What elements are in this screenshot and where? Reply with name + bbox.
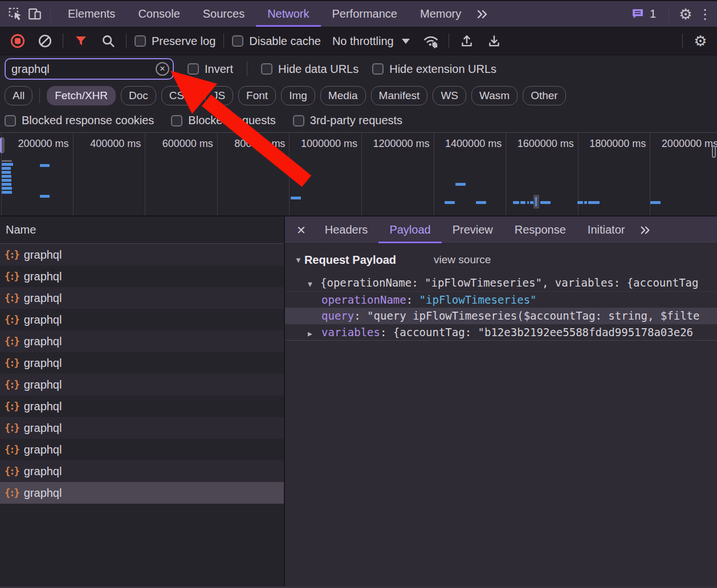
close-details-icon[interactable]: ✕ [285,223,314,237]
type-chip-all[interactable]: All [5,86,32,105]
filter-input[interactable] [6,63,148,76]
payload-row-query[interactable]: query: "query ipFlowTimeseries($accountT… [285,308,717,324]
hide-extension-urls-checkbox[interactable]: Hide extension URLs [372,63,496,76]
tab-network[interactable]: Network [256,1,320,27]
type-chip-img[interactable]: Img [281,86,315,105]
name-column-header[interactable]: Name [0,217,284,244]
request-row[interactable]: {:}graphql [0,330,284,352]
tab-memory[interactable]: Memory [409,1,472,27]
messages-count-badge: 1 [650,7,656,21]
network-settings-gear-icon[interactable]: ⚙ [691,31,710,51]
tab-sources[interactable]: Sources [192,1,256,27]
clear-network-log-button[interactable] [35,31,55,51]
tab-preview[interactable]: Preview [442,217,504,243]
type-chip-wasm[interactable]: Wasm [471,86,518,105]
network-overview-timeline[interactable]: 200000 ms 400000 ms 600000 ms 800000 ms … [0,132,717,217]
request-payload-section-header[interactable]: ▼ Request Payload view source [295,251,717,269]
waterfall-bar [291,197,301,199]
filter-input-box[interactable]: ✕ [5,58,174,80]
tab-headers[interactable]: Headers [314,217,379,243]
waterfall-bar [584,201,587,204]
settings-gear-icon[interactable]: ⚙ [676,5,695,24]
request-row[interactable]: {:}graphql [0,266,284,287]
view-source-link[interactable]: view source [434,254,491,266]
checkbox-box[interactable] [171,115,182,126]
tab-initiator[interactable]: Initiator [577,217,636,243]
waterfall-bar [2,163,13,166]
request-row[interactable]: {:}graphql [0,439,284,460]
request-name: graphql [24,313,62,326]
request-name: graphql [24,292,62,305]
request-row[interactable]: {:}graphql [0,309,284,330]
type-chip-other[interactable]: Other [523,86,566,105]
triangle-expanded-icon[interactable]: ▼ [295,256,302,264]
type-chip-font[interactable]: Font [238,86,276,105]
tab-console[interactable]: Console [127,1,191,27]
request-row[interactable]: {:}graphql [0,287,284,309]
type-chip-ws[interactable]: WS [433,86,466,105]
more-details-tabs-icon[interactable] [635,220,655,240]
overview-right-handle[interactable] [712,145,716,158]
customize-devtools-icon[interactable]: ⋮ [695,5,715,24]
triangle-collapsed-icon[interactable]: ▶ [308,325,321,341]
payload-preview-line[interactable]: ▼{operationName: "ipFlowTimeseries", var… [285,275,717,291]
checkbox-box[interactable] [372,63,384,75]
third-party-requests-checkbox[interactable]: 3rd-party requests [293,114,402,127]
clear-filter-icon[interactable]: ✕ [156,62,169,76]
request-row[interactable]: {:}graphql [0,395,284,417]
type-chip-manifest[interactable]: Manifest [371,86,428,105]
disable-cache-label: Disable cache [249,35,321,48]
type-chip-js[interactable]: JS [205,86,233,105]
filter-funnel-icon[interactable] [71,31,91,51]
blocked-requests-checkbox[interactable]: Blocked requests [171,114,275,127]
export-har-icon[interactable] [484,31,504,51]
throttling-dropdown[interactable]: No throttling [329,35,413,48]
import-har-icon[interactable] [457,31,476,51]
divider [682,34,683,48]
checkbox-box[interactable] [232,35,243,47]
divider [63,34,63,48]
preserve-log-checkbox[interactable]: Preserve log [135,35,215,48]
overview-left-handle[interactable] [0,137,5,153]
payload-row-variables[interactable]: ▶variables: {accountTag: "b12e3b2192ee55… [285,324,717,341]
checkbox-box[interactable] [5,115,16,126]
console-messages-button[interactable]: 1 [625,7,662,21]
payload-row-operationname[interactable]: operationName: "ipFlowTimeseries" [285,291,717,308]
tab-elements[interactable]: Elements [56,1,127,27]
triangle-expanded-icon[interactable]: ▼ [308,276,320,291]
type-chip-doc[interactable]: Doc [121,86,156,105]
disable-cache-checkbox[interactable]: Disable cache [232,35,321,48]
record-network-log-button[interactable] [8,31,27,51]
device-toolbar-icon[interactable] [25,5,44,24]
tab-payload[interactable]: Payload [378,217,441,243]
invert-checkbox[interactable]: Invert [188,63,233,76]
chat-bubble-icon [631,7,645,21]
payload-preview-text: {operationName: "ipFlowTimeseries", vari… [320,276,698,289]
checkbox-box[interactable] [135,35,146,47]
hide-data-urls-checkbox[interactable]: Hide data URLs [261,63,358,76]
search-icon[interactable] [99,31,118,51]
request-name: graphql [24,465,62,478]
checkbox-box[interactable] [293,115,304,126]
more-tabs-icon[interactable] [472,5,492,24]
request-row[interactable]: {:}graphql [0,460,284,482]
request-row-selected[interactable]: {:}graphql [0,482,284,504]
type-chip-fetch-xhr[interactable]: Fetch/XHR [47,86,116,105]
tab-response[interactable]: Response [504,217,577,243]
type-chip-css[interactable]: CSS [161,86,199,105]
request-row[interactable]: {:}graphql [0,244,284,266]
request-name: graphql [24,270,62,283]
tab-performance[interactable]: Performance [321,1,409,27]
request-row[interactable]: {:}graphql [0,374,284,395]
inspect-element-icon[interactable] [6,5,25,24]
blocked-response-cookies-checkbox[interactable]: Blocked response cookies [5,114,154,127]
divider [50,7,51,22]
request-row[interactable]: {:}graphql [0,352,284,374]
json-request-icon: {:} [5,466,19,477]
request-row[interactable]: {:}graphql [0,417,284,439]
waterfall-bar [2,171,11,174]
network-conditions-icon[interactable] [421,31,441,51]
checkbox-box[interactable] [188,63,199,75]
type-chip-media[interactable]: Media [320,86,366,105]
checkbox-box[interactable] [261,63,272,75]
